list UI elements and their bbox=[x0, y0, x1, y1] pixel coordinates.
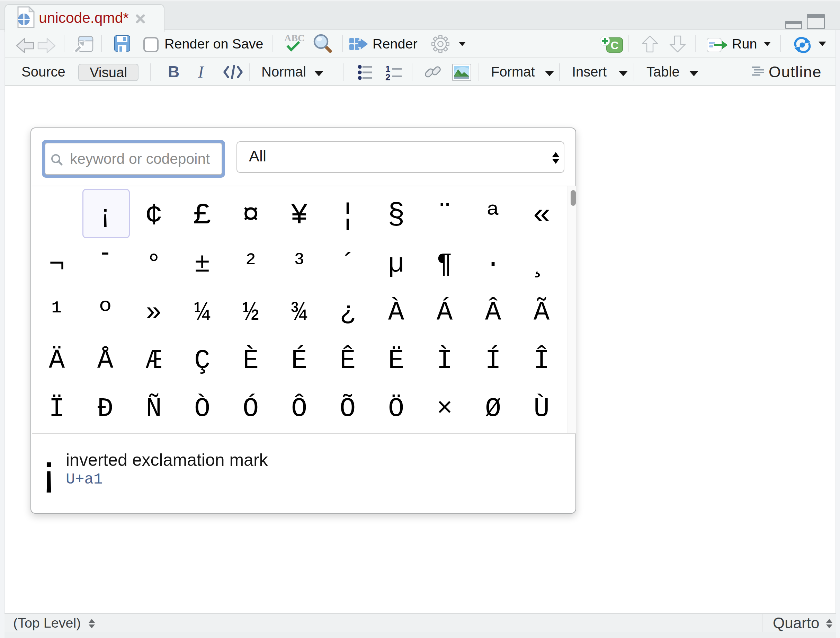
svg-text:2: 2 bbox=[385, 72, 390, 81]
svg-text:C: C bbox=[610, 39, 618, 52]
